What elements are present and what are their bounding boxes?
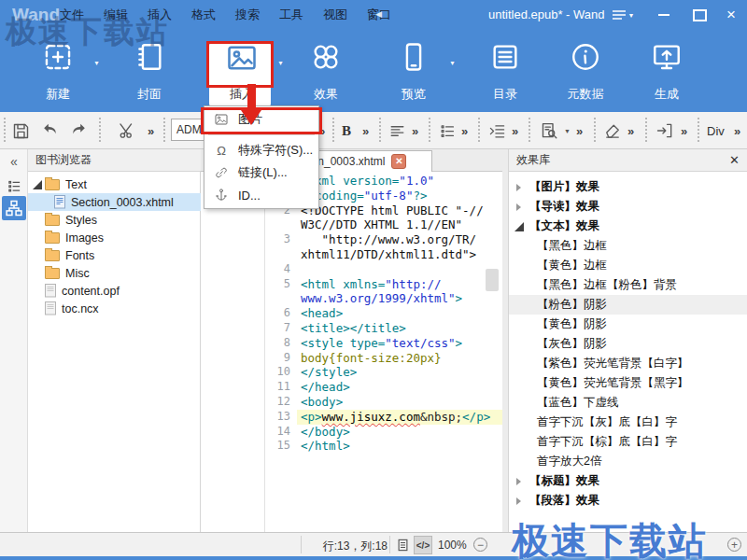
toolbar-metadata-button[interactable]: 元数据 bbox=[553, 37, 618, 110]
list-view-icon[interactable] bbox=[0, 179, 28, 197]
insert-block-button[interactable] bbox=[655, 119, 674, 142]
line-content[interactable]: "http://www.w3.org/TR/ bbox=[297, 232, 502, 247]
undo-button[interactable] bbox=[41, 119, 62, 142]
menu-item-视图[interactable]: 视图 bbox=[323, 7, 347, 23]
file-item-Fonts[interactable]: Fonts bbox=[28, 246, 201, 264]
file-item-Styles[interactable]: Styles bbox=[28, 211, 201, 229]
line-content[interactable]: W3C//DTD XHTML 1.1//EN" bbox=[297, 217, 502, 232]
overflow-chevron[interactable]: » bbox=[148, 119, 154, 142]
bold-button[interactable]: B bbox=[342, 119, 351, 142]
effect-item-【黄色】荧光笔背景【黑字】[interactable]: 【黄色】荧光笔背景【黑字】 bbox=[509, 373, 747, 393]
toolbar-toc-button[interactable]: 目录 bbox=[472, 37, 538, 110]
overflow-chevron[interactable]: » bbox=[412, 119, 418, 142]
chevron-down-icon[interactable]: ▼ bbox=[564, 119, 571, 142]
cut-button[interactable] bbox=[118, 119, 136, 142]
line-content[interactable]: <head> bbox=[297, 306, 502, 321]
line-content[interactable]: </html> bbox=[297, 439, 502, 454]
line-content[interactable]: <style type="text/css"> bbox=[297, 336, 502, 351]
overflow-chevron[interactable]: » bbox=[681, 119, 687, 142]
line-content[interactable]: encoding="utf-8"?> bbox=[297, 189, 502, 203]
expand-triangle-icon[interactable] bbox=[516, 184, 521, 191]
overflow-chevron[interactable]: » bbox=[461, 119, 468, 142]
overflow-chevron[interactable]: » bbox=[734, 119, 740, 142]
expand-triangle-icon[interactable] bbox=[516, 203, 521, 211]
line-content[interactable]: </body> bbox=[297, 425, 502, 440]
effect-item-首字放大2倍[interactable]: 首字放大2倍 bbox=[509, 452, 747, 471]
minimize-button[interactable] bbox=[650, 0, 678, 30]
line-content[interactable]: </style> bbox=[297, 365, 502, 380]
editor-scrollbar-thumb[interactable] bbox=[486, 269, 499, 291]
menu-item-特殊字符(S)...[interactable]: Ω特殊字符(S)... bbox=[204, 139, 318, 161]
menu-item-链接(L)...[interactable]: 链接(L)... bbox=[204, 161, 318, 184]
line-content[interactable]: <!DOCTYPE html PUBLIC "-// bbox=[297, 203, 502, 218]
line-content[interactable]: <?xml version="1.0" bbox=[297, 174, 502, 189]
effects-close-icon[interactable]: ✕ bbox=[729, 153, 740, 167]
div-button[interactable]: Div bbox=[707, 119, 725, 142]
effect-item-【黑色】边框【粉色】背景[interactable]: 【黑色】边框【粉色】背景 bbox=[509, 275, 747, 295]
toolbar-new-button[interactable]: 新建▼ bbox=[25, 37, 91, 110]
effect-item-【黑色】边框[interactable]: 【黑色】边框 bbox=[509, 236, 747, 256]
effect-item-【粉色】阴影[interactable]: 【粉色】阴影 bbox=[509, 295, 747, 315]
effect-item-【蓝色】下虚线[interactable]: 【蓝色】下虚线 bbox=[509, 393, 747, 413]
line-content[interactable]: </head> bbox=[297, 380, 502, 395]
toolbar-effects-button[interactable]: 效果 bbox=[293, 37, 359, 110]
dropdown-caret-icon[interactable]: ▼ bbox=[93, 60, 100, 66]
zoom-out-icon[interactable]: − bbox=[473, 538, 487, 552]
effect-item-【黄色】阴影[interactable]: 【黄色】阴影 bbox=[509, 315, 747, 334]
menu-item-搜索[interactable]: 搜索 bbox=[235, 7, 260, 23]
toolbar-generate-button[interactable]: 生成 bbox=[634, 37, 699, 110]
zoom-in-icon[interactable]: + bbox=[727, 538, 741, 552]
file-item-toc.ncx[interactable]: toc.ncx bbox=[28, 300, 201, 317]
redo-button[interactable] bbox=[67, 119, 88, 142]
effect-item-【段落】效果[interactable]: 【段落】效果 bbox=[509, 491, 747, 511]
collapse-panel-icon[interactable]: « bbox=[0, 154, 28, 169]
collapse-ribbon-icon[interactable]: ◀ bbox=[375, 9, 382, 19]
menu-item-文件[interactable]: 文件 bbox=[60, 7, 84, 23]
panel-splitter[interactable] bbox=[502, 149, 509, 532]
book-view-icon[interactable] bbox=[393, 536, 412, 554]
code-area[interactable]: 1<?xml version="1.0"encoding="utf-8"?>2<… bbox=[265, 174, 502, 454]
overflow-chevron[interactable]: » bbox=[362, 119, 369, 142]
menu-item-插入[interactable]: 插入 bbox=[148, 7, 172, 23]
window-menu-button[interactable]: ▼ bbox=[609, 0, 637, 30]
align-button[interactable] bbox=[388, 119, 406, 142]
expand-triangle-icon[interactable] bbox=[33, 180, 42, 189]
effect-item-【文本】效果[interactable]: 【文本】效果 bbox=[509, 217, 747, 236]
toolbar-preview-button[interactable]: 预览▼ bbox=[381, 37, 446, 110]
overflow-chevron[interactable]: » bbox=[512, 119, 518, 142]
code-view-icon[interactable]: </> bbox=[414, 536, 432, 554]
indent-button[interactable] bbox=[488, 119, 506, 142]
expand-triangle-icon[interactable] bbox=[516, 497, 521, 505]
file-item-Section_0003.xhtml[interactable]: Section_0003.xhtml bbox=[28, 193, 201, 211]
toolbar-cover-button[interactable]: 封面 bbox=[117, 37, 182, 110]
menu-item-工具[interactable]: 工具 bbox=[279, 7, 303, 23]
effect-item-【标题】效果[interactable]: 【标题】效果 bbox=[509, 471, 747, 491]
effect-item-【导读】效果[interactable]: 【导读】效果 bbox=[509, 197, 747, 217]
line-content[interactable]: <html xmlns="http:// bbox=[297, 277, 502, 292]
tab-close-icon[interactable]: ✕ bbox=[391, 154, 406, 169]
effect-item-首字下沉【棕】底【白】字[interactable]: 首字下沉【棕】底【白】字 bbox=[509, 432, 747, 452]
effect-item-【黄色】边框[interactable]: 【黄色】边框 bbox=[509, 256, 747, 275]
file-item-Images[interactable]: Images bbox=[28, 229, 201, 246]
effect-item-【紫色】荧光笔背景【白字】[interactable]: 【紫色】荧光笔背景【白字】 bbox=[509, 354, 747, 373]
menu-item-ID...[interactable]: ID... bbox=[204, 184, 318, 206]
book-structure-icon[interactable] bbox=[2, 196, 26, 220]
line-content[interactable]: xhtml11/DTD/xhtml11.dtd"> bbox=[297, 247, 502, 262]
save-button[interactable] bbox=[11, 119, 31, 142]
line-content[interactable]: www.w3.org/1999/xhtml"> bbox=[297, 291, 502, 306]
expand-triangle-icon[interactable] bbox=[514, 222, 524, 231]
overflow-chevron[interactable]: » bbox=[576, 119, 583, 142]
line-content[interactable]: <title></title> bbox=[297, 321, 502, 336]
list-button[interactable] bbox=[439, 119, 457, 142]
line-content[interactable]: body{font-size:20px} bbox=[297, 351, 502, 366]
line-content[interactable]: <p>www.jisuxz.com&nbsp;</p> bbox=[297, 410, 502, 425]
line-content[interactable]: <body> bbox=[297, 395, 502, 410]
effect-item-【灰色】阴影[interactable]: 【灰色】阴影 bbox=[509, 334, 747, 354]
find-in-document-button[interactable] bbox=[540, 119, 559, 142]
file-item-content.opf[interactable]: content.opf bbox=[28, 282, 201, 300]
overflow-chevron[interactable]: » bbox=[627, 119, 634, 142]
dropdown-caret-icon[interactable]: ▼ bbox=[449, 60, 456, 66]
dropdown-caret-icon[interactable]: ▼ bbox=[277, 60, 284, 66]
menu-item-编辑[interactable]: 编辑 bbox=[104, 7, 128, 23]
file-item-Misc[interactable]: Misc bbox=[28, 264, 201, 282]
